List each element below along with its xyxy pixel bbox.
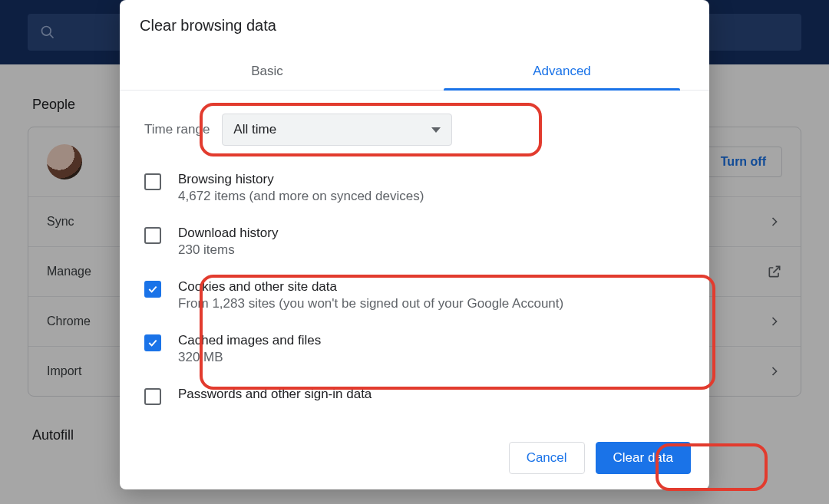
option-title: Cookies and other site data — [178, 279, 563, 295]
time-range-value: All time — [233, 122, 276, 137]
checkbox-download-history[interactable] — [144, 227, 161, 244]
time-range-dropdown[interactable]: All time — [222, 114, 452, 146]
chevron-down-icon — [431, 127, 441, 133]
checkbox-passwords[interactable] — [144, 388, 161, 405]
option-title: Browsing history — [178, 172, 424, 187]
option-title: Cached images and files — [178, 333, 321, 348]
tab-basic[interactable]: Basic — [120, 54, 414, 90]
dialog-tabs: Basic Advanced — [120, 54, 709, 91]
option-subtitle: 320 MB — [178, 350, 321, 365]
option-browsing-history[interactable]: Browsing history 4,672 items (and more o… — [140, 161, 689, 215]
option-cookies[interactable]: Cookies and other site data From 1,283 s… — [140, 268, 689, 322]
option-download-history[interactable]: Download history 230 items — [140, 215, 689, 268]
checkbox-cookies[interactable] — [144, 281, 161, 298]
dialog-title: Clear browsing data — [120, 0, 709, 54]
option-title: Passwords and other sign-in data — [178, 387, 372, 402]
time-range-label: Time range — [144, 122, 210, 137]
clear-data-button[interactable]: Clear data — [596, 442, 691, 474]
option-subtitle: 230 items — [178, 242, 278, 258]
option-passwords[interactable]: Passwords and other sign-in data — [140, 376, 689, 416]
option-title: Download history — [178, 226, 278, 241]
clear-browsing-data-dialog: Clear browsing data Basic Advanced Time … — [120, 0, 709, 489]
option-subtitle: From 1,283 sites (you won't be signed ou… — [178, 296, 563, 311]
dialog-body[interactable]: Time range All time Browsing history 4,6… — [120, 91, 709, 428]
time-range-row: Time range All time — [140, 98, 689, 161]
dialog-actions: Cancel Clear data — [120, 428, 709, 489]
option-subtitle: 4,672 items (and more on synced devices) — [178, 189, 424, 204]
option-cached[interactable]: Cached images and files 320 MB — [140, 322, 689, 376]
checkbox-cached[interactable] — [144, 334, 161, 351]
tab-advanced[interactable]: Advanced — [414, 54, 709, 90]
cancel-button[interactable]: Cancel — [509, 442, 585, 474]
checkbox-browsing-history[interactable] — [144, 173, 161, 190]
